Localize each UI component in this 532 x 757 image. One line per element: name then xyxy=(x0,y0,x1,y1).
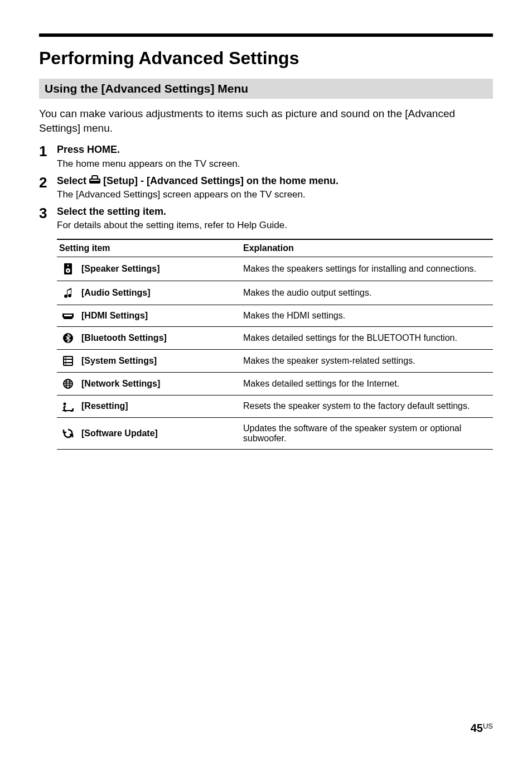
setting-item: [Speaker Settings] xyxy=(79,257,241,281)
step-detail: For details about the setting items, ref… xyxy=(57,219,493,232)
hdmi-icon xyxy=(57,305,79,326)
page-num-suffix: US xyxy=(483,722,493,730)
setup-icon xyxy=(89,174,101,187)
setting-item: [Audio Settings] xyxy=(79,281,241,305)
step-1: 1 Press HOME. The home menu appears on t… xyxy=(39,143,493,170)
top-divider xyxy=(39,33,493,37)
table-header-explanation: Explanation xyxy=(241,239,493,257)
svg-point-12 xyxy=(65,360,66,361)
setting-explanation: Makes the audio output settings. xyxy=(241,281,493,305)
intro-text: You can make various adjustments to item… xyxy=(39,107,493,135)
page-title: Performing Advanced Settings xyxy=(39,48,493,69)
setting-explanation: Makes detailed settings for the BLUETOOT… xyxy=(241,326,493,349)
step-number: 3 xyxy=(39,205,57,220)
svg-point-17 xyxy=(64,402,66,405)
setting-explanation: Makes the speakers settings for installi… xyxy=(241,257,493,281)
setting-item: [Software Update] xyxy=(79,417,241,449)
svg-rect-1 xyxy=(90,180,99,181)
setting-item: [Resetting] xyxy=(79,395,241,417)
update-icon xyxy=(57,417,79,449)
svg-rect-8 xyxy=(64,356,72,365)
step-detail: The home menu appears on the TV screen. xyxy=(57,158,493,171)
table-row: [Speaker Settings] Makes the speakers se… xyxy=(57,257,493,281)
speaker-icon xyxy=(57,257,79,281)
setting-explanation: Makes the speaker system-related setting… xyxy=(241,349,493,372)
table-row: [HDMI Settings] Makes the HDMI settings. xyxy=(57,305,493,326)
setting-explanation: Updates the software of the speaker syst… xyxy=(241,417,493,449)
step-number: 1 xyxy=(39,143,57,158)
step-instruction: Select the setting item. xyxy=(57,205,493,218)
step-body: Select [Setup] - [Advanced Settings] on … xyxy=(57,174,493,201)
step-2: 2 Select [Setup] - [Advanced Settings] o… xyxy=(39,174,493,201)
svg-point-13 xyxy=(65,363,66,364)
page-number: 45US xyxy=(471,722,493,735)
setting-item: [Network Settings] xyxy=(79,372,241,395)
step-body: Select the setting item. For details abo… xyxy=(57,205,493,232)
section-header: Using the [Advanced Settings] Menu xyxy=(39,79,493,99)
table-header-item: Setting item xyxy=(57,239,241,257)
page-num-value: 45 xyxy=(471,722,483,734)
instruction-prefix: Select xyxy=(57,174,86,187)
settings-table: Setting item Explanation [Speaker Settin… xyxy=(57,239,493,450)
audio-icon xyxy=(57,281,79,305)
setting-item: [System Settings] xyxy=(79,349,241,372)
table-row: [Resetting] Resets the speaker system to… xyxy=(57,395,493,417)
table-row: [Bluetooth Settings] Makes detailed sett… xyxy=(57,326,493,349)
step-instruction: Select [Setup] - [Advanced Settings] on … xyxy=(57,174,493,187)
step-instruction: Press HOME. xyxy=(57,143,493,156)
table-row: [System Settings] Makes the speaker syst… xyxy=(57,349,493,372)
setting-explanation: Makes the HDMI settings. xyxy=(241,305,493,326)
svg-point-11 xyxy=(65,357,66,358)
table-row: [Network Settings] Makes detailed settin… xyxy=(57,372,493,395)
step-3: 3 Select the setting item. For details a… xyxy=(39,205,493,232)
setting-item: [HDMI Settings] xyxy=(79,305,241,326)
setting-explanation: Resets the speaker system to the factory… xyxy=(241,395,493,417)
svg-point-5 xyxy=(67,269,69,271)
setting-item: [Bluetooth Settings] xyxy=(79,326,241,349)
svg-rect-0 xyxy=(89,179,100,184)
svg-point-3 xyxy=(67,264,69,266)
svg-rect-6 xyxy=(64,315,72,316)
bluetooth-icon xyxy=(57,326,79,349)
step-detail: The [Advanced Settings] screen appears o… xyxy=(57,189,493,201)
step-body: Press HOME. The home menu appears on the… xyxy=(57,143,493,170)
network-icon xyxy=(57,372,79,395)
instruction-suffix: [Setup] - [Advanced Settings] on the hom… xyxy=(103,174,338,187)
table-row: [Audio Settings] Makes the audio output … xyxy=(57,281,493,305)
system-icon xyxy=(57,349,79,372)
reset-icon xyxy=(57,395,79,417)
step-number: 2 xyxy=(39,174,57,190)
setting-explanation: Makes detailed settings for the Internet… xyxy=(241,372,493,395)
table-row: [Software Update] Updates the software o… xyxy=(57,417,493,449)
